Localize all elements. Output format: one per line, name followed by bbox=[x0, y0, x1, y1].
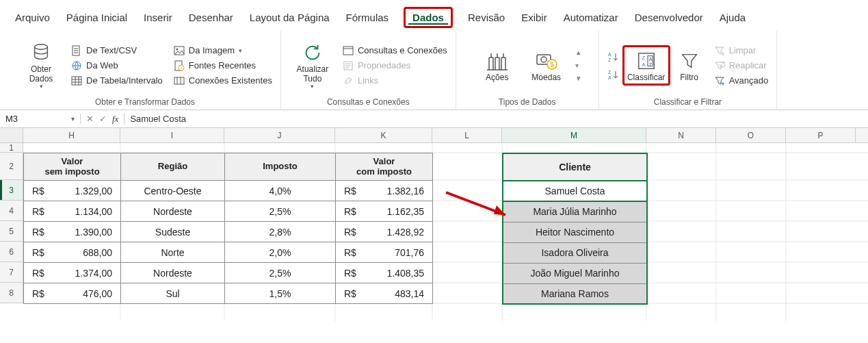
table-row[interactable]: R$1.374,00Nordeste2,5%R$1.408,35 bbox=[24, 263, 433, 283]
cancel-fx-icon[interactable]: ✕ bbox=[86, 114, 94, 124]
row-header-6[interactable]: 6 bbox=[0, 242, 23, 262]
cell-valor-com[interactable]: R$483,14 bbox=[336, 283, 433, 304]
cell-valor-sem[interactable]: R$476,00 bbox=[24, 283, 121, 304]
cliente-cell[interactable]: Mariana Ramos bbox=[503, 283, 647, 304]
formula-input[interactable]: Samuel Costa bbox=[124, 114, 868, 124]
th-valor-com[interactable]: Valor com imposto bbox=[336, 153, 433, 181]
da-imagem-button[interactable]: Da Imagem ▾ bbox=[174, 44, 272, 58]
col-header-N[interactable]: N bbox=[646, 128, 716, 142]
cell-regiao[interactable]: Sudeste bbox=[121, 222, 225, 242]
table-row[interactable]: R$1.329,00Centro-Oeste4,0%R$1.382,16 bbox=[24, 181, 433, 201]
cell-valor-com[interactable]: R$1.428,92 bbox=[336, 222, 433, 242]
col-header-K[interactable]: K bbox=[335, 128, 432, 142]
cliente-row[interactable]: Isadora Oliveira bbox=[503, 242, 647, 263]
cell-valor-sem[interactable]: R$1.390,00 bbox=[24, 222, 121, 242]
col-header-O[interactable]: O bbox=[716, 128, 786, 142]
moedas-button[interactable]: $ Moedas bbox=[522, 49, 571, 82]
cliente-row[interactable]: Mariana Ramos bbox=[503, 283, 647, 304]
links-button[interactable]: Links bbox=[343, 74, 447, 88]
tab-arquivo[interactable]: Arquivo bbox=[14, 9, 51, 26]
cell-imposto[interactable]: 4,0% bbox=[225, 181, 336, 201]
cell-imposto[interactable]: 1,5% bbox=[225, 283, 336, 304]
cell-imposto[interactable]: 2,0% bbox=[225, 242, 336, 263]
row-header-8[interactable]: 8 bbox=[0, 283, 23, 303]
name-box[interactable]: M3 ▾ bbox=[0, 114, 81, 124]
table-row[interactable]: R$476,00Sul1,5%R$483,14 bbox=[24, 283, 433, 304]
scroll-arrows[interactable]: ▲▾▼ bbox=[575, 49, 582, 82]
confirm-fx-icon[interactable]: ✓ bbox=[99, 114, 107, 124]
atualizar-tudo-button[interactable]: Atualizar Tudo ▾ bbox=[289, 34, 336, 97]
col-header-M[interactable]: M bbox=[502, 128, 646, 142]
cliente-row[interactable]: Samuel Costa bbox=[503, 181, 647, 201]
tab-layout[interactable]: Layout da Página bbox=[248, 9, 331, 26]
col-header-I[interactable]: I bbox=[120, 128, 224, 142]
tab-dados[interactable]: Dados bbox=[404, 7, 453, 28]
th-imposto[interactable]: Imposto bbox=[225, 153, 336, 181]
cell-regiao[interactable]: Nordeste bbox=[121, 201, 225, 222]
cell-imposto[interactable]: 2,5% bbox=[225, 201, 336, 222]
tab-formulas[interactable]: Fórmulas bbox=[345, 9, 391, 26]
cliente-row[interactable]: Heitor Nascimento bbox=[503, 222, 647, 242]
col-header-L[interactable]: L bbox=[432, 128, 502, 142]
col-header-J[interactable]: J bbox=[224, 128, 335, 142]
cliente-cell[interactable]: Samuel Costa bbox=[503, 181, 647, 201]
propriedades-button[interactable]: Propriedades bbox=[343, 59, 447, 73]
obter-dados-button[interactable]: Obter Dados ▾ bbox=[18, 34, 64, 97]
cell-valor-com[interactable]: R$1.162,35 bbox=[336, 201, 433, 222]
tab-revisao[interactable]: Revisão bbox=[466, 9, 506, 26]
cliente-cell[interactable]: Heitor Nascimento bbox=[503, 222, 647, 242]
cell-valor-com[interactable]: R$701,76 bbox=[336, 242, 433, 263]
classificar-button[interactable]: Z A A Z Classificar bbox=[622, 45, 670, 86]
cell-valor-sem[interactable]: R$1.329,00 bbox=[24, 181, 121, 201]
grid[interactable]: H I J K L M N O P bbox=[23, 128, 868, 303]
avancado-button[interactable]: Avançado bbox=[714, 74, 769, 88]
tab-exibir[interactable]: Exibir bbox=[520, 9, 549, 26]
cell-regiao[interactable]: Centro-Oeste bbox=[121, 181, 225, 201]
th-valor-sem[interactable]: Valor sem imposto bbox=[24, 153, 121, 181]
fontes-recentes-button[interactable]: Fontes Recentes bbox=[174, 59, 272, 73]
cell-regiao[interactable]: Sul bbox=[121, 283, 225, 304]
cell-valor-sem[interactable]: R$1.374,00 bbox=[24, 263, 121, 283]
cliente-row[interactable]: Maria Júlia Marinho bbox=[503, 201, 647, 222]
tab-desenhar[interactable]: Desenhar bbox=[187, 9, 235, 26]
cell-valor-sem[interactable]: R$688,00 bbox=[24, 242, 121, 263]
cliente-cell[interactable]: Maria Júlia Marinho bbox=[503, 201, 647, 222]
tab-automatizar[interactable]: Automatizar bbox=[562, 9, 620, 26]
row-header-3[interactable]: 3 bbox=[0, 180, 23, 201]
limpar-button[interactable]: Limpar bbox=[714, 44, 769, 58]
tab-inserir[interactable]: Inserir bbox=[142, 9, 174, 26]
de-text-csv-button[interactable]: De Text/CSV bbox=[71, 44, 163, 58]
table-row[interactable]: R$688,00Norte2,0%R$701,76 bbox=[24, 242, 433, 263]
cell-regiao[interactable]: Norte bbox=[121, 242, 225, 263]
da-web-button[interactable]: Da Web bbox=[71, 59, 163, 73]
conexoes-existentes-button[interactable]: Conexões Existentes bbox=[174, 74, 272, 88]
th-cliente[interactable]: Cliente bbox=[503, 153, 647, 181]
filtro-button[interactable]: Filtro bbox=[670, 49, 709, 82]
tab-ajuda[interactable]: Ajuda bbox=[718, 9, 747, 26]
select-all-corner[interactable] bbox=[0, 128, 23, 143]
row-header-5[interactable]: 5 bbox=[0, 221, 23, 242]
col-header-H[interactable]: H bbox=[23, 128, 120, 142]
cliente-cell[interactable]: Isadora Oliveira bbox=[503, 242, 647, 263]
row-header-1[interactable]: 1 bbox=[0, 143, 23, 153]
cliente-row[interactable]: João Miguel Marinho bbox=[503, 263, 647, 283]
tab-desenvolvedor[interactable]: Desenvolvedor bbox=[633, 9, 705, 26]
row-header-7[interactable]: 7 bbox=[0, 262, 23, 283]
table-row[interactable]: R$1.390,00Sudeste2,8%R$1.428,92 bbox=[24, 222, 433, 242]
acoes-button[interactable]: Ações bbox=[473, 49, 522, 82]
col-header-P[interactable]: P bbox=[786, 128, 856, 142]
sort-desc-button[interactable]: ZA bbox=[607, 68, 618, 81]
row-header-4[interactable]: 4 bbox=[0, 201, 23, 221]
cell-valor-sem[interactable]: R$1.134,00 bbox=[24, 201, 121, 222]
sort-asc-button[interactable]: AZ bbox=[607, 50, 618, 64]
cliente-cell[interactable]: João Miguel Marinho bbox=[503, 263, 647, 283]
cell-valor-com[interactable]: R$1.408,35 bbox=[336, 263, 433, 283]
cell-valor-com[interactable]: R$1.382,16 bbox=[336, 181, 433, 201]
tab-pagina-inicial[interactable]: Página Inicial bbox=[65, 9, 129, 26]
row-header-2[interactable]: 2 bbox=[0, 153, 23, 180]
table-row[interactable]: R$1.134,00Nordeste2,5%R$1.162,35 bbox=[24, 201, 433, 222]
reaplicar-button[interactable]: Reaplicar bbox=[714, 59, 769, 73]
cell-imposto[interactable]: 2,8% bbox=[225, 222, 336, 242]
de-tabela-intervalo-button[interactable]: De Tabela/Intervalo bbox=[71, 74, 163, 88]
cell-regiao[interactable]: Nordeste bbox=[121, 263, 225, 283]
